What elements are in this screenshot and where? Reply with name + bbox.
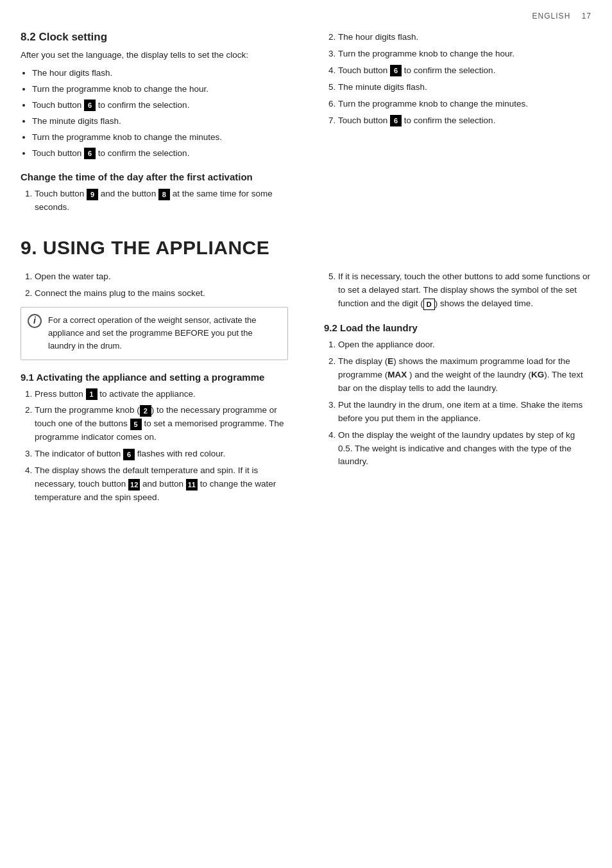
- list-item: Turn the programme knob to change the ho…: [338, 48, 591, 61]
- section-9-intro-steps: Open the water tap. Connect the mains pl…: [35, 270, 288, 300]
- section-91-title: Activating the appliance and setting a p…: [36, 372, 264, 383]
- section-82-heading: 8.2 Clock setting: [21, 31, 288, 44]
- button-badge-6d: 6: [390, 115, 402, 126]
- list-item: Turn the programme knob to change the ho…: [32, 83, 288, 96]
- section-91-num: 9.1: [21, 372, 36, 383]
- info-box-text: For a correct operation of the weight se…: [48, 315, 256, 351]
- list-item: Press button 1 to activate the appliance…: [35, 388, 288, 401]
- list-item: Touch button 6 to confirm the selection.: [338, 114, 591, 128]
- section-82-title: Clock setting: [38, 31, 107, 43]
- button-badge-2: 2: [140, 405, 151, 417]
- section-91-steps: Press button 1 to activate the appliance…: [35, 388, 288, 505]
- button-badge-8: 8: [158, 189, 170, 200]
- list-item: Touch button 6 to confirm the selection.: [32, 147, 288, 161]
- list-item: The minute digits flash.: [338, 81, 591, 94]
- section-9-right-step5: If it is necessary, touch the other butt…: [338, 270, 591, 311]
- page-header: ENGLISH 17: [532, 12, 591, 21]
- list-item: If it is necessary, touch the other butt…: [338, 270, 591, 311]
- section-82-right-steps: The hour digits flash. Turn the programm…: [338, 31, 591, 128]
- button-badge-6b: 6: [84, 148, 96, 159]
- list-item: Touch button 6 to confirm the selection.: [32, 99, 288, 112]
- list-item: The display (E) shows the maximum progra…: [338, 355, 591, 395]
- section-82-right: The hour digits flash. Turn the programm…: [306, 31, 591, 219]
- list-item: The display shows the default temperatur…: [35, 464, 288, 505]
- section-9-left: Open the water tap. Connect the mains pl…: [21, 270, 306, 509]
- bold-MAX: MAX: [387, 370, 407, 379]
- button-badge-6c: 6: [390, 65, 402, 76]
- list-item: Turn the programme knob to change the mi…: [32, 131, 288, 144]
- section-92-num: 9.2: [324, 322, 340, 333]
- language-label: ENGLISH: [532, 12, 571, 21]
- list-item: Connect the mains plug to the mains sock…: [35, 287, 288, 300]
- list-item: The indicator of button 6 flashes with r…: [35, 447, 288, 461]
- button-badge-12: 12: [128, 479, 140, 490]
- section-91-heading: 9.1 Activating the appliance and setting…: [21, 372, 288, 383]
- section-9-title: USING THE APPLIANCE: [43, 237, 269, 258]
- section-82-bullet-list: The hour digits flash. Turn the programm…: [32, 67, 288, 161]
- list-item: Turn the programme knob to change the mi…: [338, 98, 591, 111]
- section-92-heading: 9.2 Load the laundry: [324, 322, 591, 333]
- button-badge-5: 5: [130, 419, 142, 430]
- section-9-num: 9.: [21, 237, 43, 258]
- list-item: Open the water tap.: [35, 270, 288, 284]
- button-badge-1: 1: [86, 388, 98, 400]
- button-badge-6e: 6: [123, 449, 135, 460]
- section-92-title: Load the laundry: [340, 322, 418, 333]
- list-item: Open the appliance door.: [338, 338, 591, 352]
- page: ENGLISH 17 8.2 Clock setting After you s…: [0, 0, 612, 868]
- section-92-steps: Open the appliance door. The display (E)…: [338, 338, 591, 469]
- page-number: 17: [582, 12, 591, 21]
- list-item: On the display the weight of the laundry…: [338, 429, 591, 469]
- section-9-right: If it is necessary, touch the other butt…: [306, 270, 591, 509]
- list-item: The hour digits flash.: [338, 31, 591, 44]
- subsection-change-time-steps: Touch button 9 and the button 8 at the s…: [35, 187, 288, 214]
- list-item: The minute digits flash.: [32, 115, 288, 128]
- list-item: Touch button 9 and the button 8 at the s…: [35, 187, 288, 214]
- section-9-body: Open the water tap. Connect the mains pl…: [0, 270, 612, 509]
- section-82-left: 8.2 Clock setting After you set the lang…: [21, 31, 306, 219]
- section-9-heading: 9. USING THE APPLIANCE: [21, 237, 591, 259]
- button-badge-D: D: [423, 299, 435, 310]
- info-box: i For a correct operation of the weight …: [21, 307, 288, 360]
- list-item: Put the laundry in the drum, one item at…: [338, 399, 591, 426]
- bold-E: E: [387, 356, 393, 366]
- button-badge-11: 11: [186, 479, 198, 490]
- bold-KG: KG: [531, 370, 544, 379]
- button-badge-6: 6: [84, 100, 96, 111]
- button-badge-9: 9: [87, 189, 98, 200]
- list-item: The hour digits flash.: [32, 67, 288, 80]
- section-82: 8.2 Clock setting After you set the lang…: [0, 31, 612, 219]
- list-item: Touch button 6 to confirm the selection.: [338, 64, 591, 78]
- list-item: Turn the programme knob (2) to the neces…: [35, 404, 288, 444]
- section-82-num: 8.2: [21, 31, 36, 43]
- section-82-intro: After you set the language, the display …: [21, 49, 288, 62]
- subsection-change-time-heading: Change the time of the day after the fir…: [21, 171, 288, 182]
- info-icon: i: [28, 314, 42, 328]
